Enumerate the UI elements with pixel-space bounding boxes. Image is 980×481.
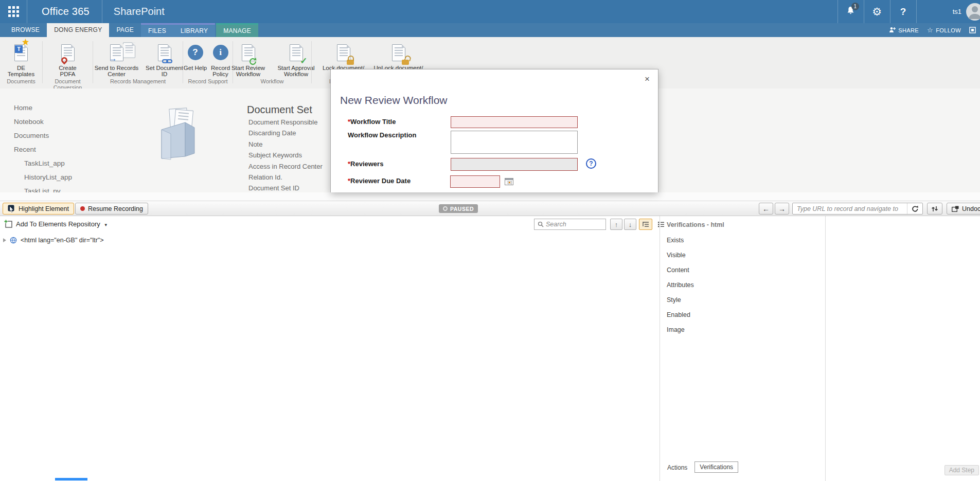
- sidebar-item-recent[interactable]: Recent: [14, 146, 36, 153]
- verification-item-attributes[interactable]: Attributes: [667, 281, 694, 296]
- tree-view-toggle[interactable]: [639, 219, 652, 230]
- tree-view-icon: [642, 221, 649, 227]
- undock-button[interactable]: Undock: [947, 203, 980, 215]
- app-launcher-icon[interactable]: [8, 6, 20, 17]
- tab-dong-energy[interactable]: DONG ENERGY: [47, 23, 109, 37]
- divider: [825, 216, 826, 481]
- refresh-button[interactable]: [907, 203, 922, 214]
- scrollbar-thumb[interactable]: [55, 478, 87, 480]
- document-id-icon: [158, 41, 171, 64]
- notifications-button[interactable]: 1: [838, 0, 864, 23]
- info-circle-icon: [213, 41, 228, 64]
- list-view-toggle[interactable]: [654, 219, 668, 230]
- verification-item-style[interactable]: Style: [667, 296, 694, 311]
- reviewers-help-icon[interactable]: [586, 158, 596, 169]
- sidebar-item-tasklist-app[interactable]: TaskList_app: [24, 159, 65, 167]
- document-set-properties: Document Responsible Discarding Date Not…: [248, 118, 323, 192]
- search-icon: [538, 221, 544, 227]
- new-review-workflow-dialog: × New Review Workflow *Workflow Title Wo…: [330, 69, 658, 192]
- contextual-tab-group-manage: MANAGE: [216, 23, 258, 37]
- toggle-navigation-button[interactable]: [927, 203, 942, 215]
- expander-triangle-icon[interactable]: [3, 238, 6, 242]
- send-to-records-center-button[interactable]: Send to Records Center: [91, 41, 142, 78]
- paused-status-badge: PAUSED: [439, 204, 478, 213]
- resume-recording-label: Resume Recording: [88, 205, 143, 212]
- find-next-button[interactable]: [624, 219, 636, 230]
- settings-gear-icon[interactable]: [864, 0, 890, 23]
- refresh-icon: [912, 205, 919, 212]
- screen: Office 365 SharePoint 1 ts1 BROWSE DONG …: [0, 0, 980, 481]
- tab-actions[interactable]: Actions: [663, 462, 692, 473]
- create-pdfa-button[interactable]: Create PDFA: [51, 41, 84, 78]
- de-templates-button[interactable]: DE Templates: [5, 41, 38, 78]
- workflow-title-input[interactable]: [451, 116, 578, 128]
- suite-bar: Office 365 SharePoint 1 ts1: [0, 0, 980, 23]
- swap-arrows-icon: [931, 205, 938, 212]
- verification-item-enabled[interactable]: Enabled: [667, 311, 694, 326]
- close-icon[interactable]: ×: [645, 75, 650, 83]
- list-view-icon: [657, 221, 665, 227]
- paused-label: PAUSED: [450, 206, 474, 212]
- tab-files[interactable]: FILES: [141, 25, 173, 37]
- add-step-button[interactable]: Add Step: [945, 465, 979, 475]
- get-help-button[interactable]: Get Help: [184, 41, 207, 78]
- recorder-toolbar: Highlight Element Resume Recording PAUSE…: [0, 201, 980, 216]
- tab-library[interactable]: LIBRARY: [173, 25, 215, 37]
- verification-item-exists[interactable]: Exists: [667, 237, 694, 252]
- notification-count-badge: 1: [851, 3, 859, 10]
- tab-row-right: SHARE FOLLOW: [889, 23, 976, 37]
- tab-page[interactable]: PAGE: [109, 23, 141, 37]
- tab-browse[interactable]: BROWSE: [4, 23, 47, 37]
- divider: [660, 216, 660, 481]
- focus-on-content-button[interactable]: [969, 27, 976, 33]
- paused-circle-icon: [443, 206, 448, 211]
- verification-item-image[interactable]: Image: [667, 326, 694, 341]
- avatar[interactable]: [966, 3, 980, 21]
- find-previous-button[interactable]: [610, 219, 622, 230]
- url-input[interactable]: [793, 203, 907, 214]
- add-to-elements-repository-button[interactable]: Add To Elements Repository: [4, 220, 108, 228]
- url-bar: [792, 203, 923, 215]
- property-label: Discarding Date: [248, 129, 323, 140]
- sidebar-item-documents[interactable]: Documents: [14, 132, 49, 139]
- workflow-description-textarea[interactable]: [451, 131, 578, 154]
- property-label: Subject Keywords: [248, 151, 323, 162]
- help-icon[interactable]: [890, 0, 916, 23]
- verification-item-content[interactable]: Content: [667, 266, 694, 281]
- share-button[interactable]: SHARE: [889, 27, 919, 34]
- reviewer-due-date-label: *Reviewer Due Date: [348, 177, 411, 185]
- html-node-icon: [10, 237, 17, 244]
- start-review-workflow-button[interactable]: Start Review Workflow: [225, 41, 272, 78]
- group-label-document-conversion: Document Conversion: [43, 78, 93, 87]
- property-label: Access in Record Center: [248, 163, 323, 173]
- workflow-title-label: *Workflow Title: [348, 118, 396, 126]
- reviewers-input[interactable]: [451, 158, 578, 171]
- highlight-element-button[interactable]: Highlight Element: [3, 203, 74, 215]
- resume-recording-button[interactable]: Resume Recording: [75, 203, 148, 215]
- reviewer-due-date-input[interactable]: [450, 175, 500, 188]
- ribbon-tab-row: BROWSE DONG ENERGY PAGE FILES LIBRARY MA…: [0, 23, 980, 37]
- sidebar-item-home[interactable]: Home: [14, 104, 32, 112]
- back-button[interactable]: [759, 203, 773, 215]
- tab-manage[interactable]: MANAGE: [216, 25, 258, 37]
- set-document-id-button[interactable]: Set Document ID: [144, 41, 185, 78]
- sidebar-item-tasklist-pv[interactable]: TaskList_pv: [24, 187, 61, 192]
- share-icon: [889, 27, 896, 34]
- search-input[interactable]: [546, 221, 602, 228]
- calendar-icon[interactable]: [505, 177, 514, 188]
- forward-button[interactable]: [775, 203, 789, 215]
- approval-workflow-icon: [290, 41, 303, 64]
- follow-button[interactable]: FOLLOW: [927, 26, 961, 34]
- dom-tree-node[interactable]: <html lang="en-GB" dir="ltr">: [3, 237, 104, 244]
- verification-item-visible[interactable]: Visible: [667, 252, 694, 266]
- verifications-list: Exists Visible Content Attributes Style …: [667, 237, 694, 341]
- contextual-tab-group-library: FILES LIBRARY: [141, 23, 215, 37]
- document-set-title: Document Set: [247, 104, 312, 116]
- user-name[interactable]: ts1: [953, 8, 961, 15]
- ribbon-group-document-conversion: Create PDFA Document Conversion: [43, 37, 93, 88]
- sidebar-item-notebook[interactable]: Notebook: [14, 118, 44, 126]
- tab-verifications[interactable]: Verifications: [694, 461, 738, 473]
- chevron-down-icon: [104, 220, 108, 228]
- sidebar-item-historylist-app[interactable]: HistoryList_app: [24, 173, 72, 181]
- focus-icon: [969, 27, 976, 33]
